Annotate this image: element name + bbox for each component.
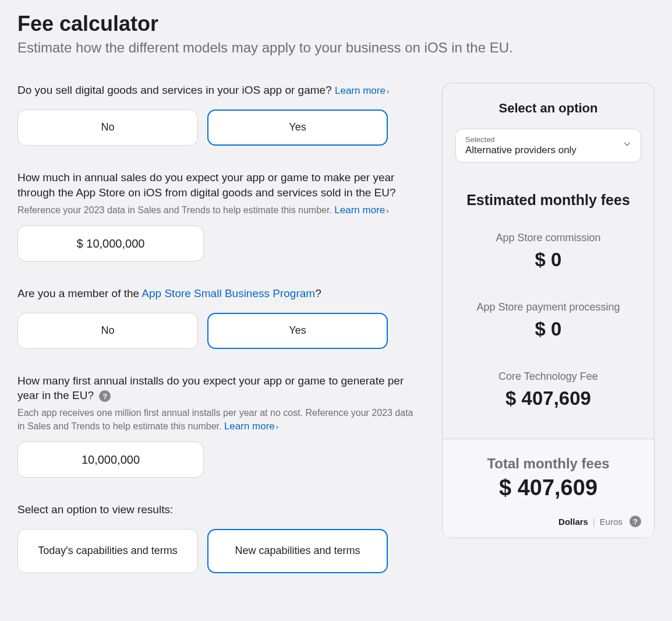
fee-processing: App Store payment processing $ 0 — [455, 301, 641, 340]
question-text: How many first annual installs do you ex… — [17, 373, 419, 403]
help-icon[interactable]: ? — [629, 516, 641, 527]
select-label: Selected — [465, 135, 631, 144]
total-value: $ 407,609 — [455, 475, 641, 500]
question-digital-goods: Do you sell digital goods and services i… — [17, 83, 419, 146]
helper-text: Each app receives one million first annu… — [17, 407, 419, 433]
installs-input[interactable] — [17, 442, 204, 478]
chevron-right-icon: › — [386, 206, 388, 216]
question-annual-sales: How much in annual sales do you expect y… — [17, 170, 419, 262]
fee-ctf: Core Technology Fee $ 407,609 — [455, 371, 641, 410]
total-section: Total monthly fees $ 407,609 Dollars | E… — [443, 439, 654, 538]
digital-goods-yes-button[interactable]: Yes — [207, 110, 388, 146]
learn-more-link[interactable]: Learn more› — [335, 85, 389, 96]
chevron-down-icon — [623, 140, 631, 150]
small-business-yes-button[interactable]: Yes — [207, 313, 388, 349]
learn-more-text: Learn more — [335, 85, 385, 96]
question-installs: How many first annual installs do you ex… — [17, 373, 419, 478]
help-icon[interactable]: ? — [99, 390, 111, 402]
page-title: Fee calculator — [17, 12, 655, 36]
helper-text: Reference your 2023 data in Sales and Tr… — [17, 203, 419, 217]
question-text: Select an option to view results: — [17, 502, 419, 517]
question-view-option: Select an option to view results: Today'… — [17, 502, 419, 573]
learn-more-text: Learn more — [334, 204, 385, 216]
fee-label: App Store payment processing — [455, 301, 641, 313]
question-suffix: ? — [315, 287, 321, 299]
question-text: Are you a member of the App Store Small … — [17, 286, 419, 301]
question-prefix: Are you a member of the — [17, 287, 142, 299]
fee-value: $ 407,609 — [455, 387, 641, 410]
currency-dollars[interactable]: Dollars — [558, 517, 588, 527]
learn-more-link[interactable]: Learn more› — [334, 204, 388, 216]
results-sidebar: Select an option Selected Alternative pr… — [442, 83, 655, 538]
learn-more-link[interactable]: Learn more› — [224, 421, 278, 432]
question-label: How many first annual installs do you ex… — [17, 375, 404, 402]
question-label: Do you sell digital goods and services i… — [17, 84, 332, 96]
estimated-fees-title: Estimated monthly fees — [455, 192, 641, 209]
fee-commission: App Store commission $ 0 — [455, 232, 641, 271]
question-text: How much in annual sales do you expect y… — [17, 170, 419, 200]
select-value: Alternative providers only — [465, 144, 631, 156]
small-business-no-button[interactable]: No — [17, 313, 198, 349]
learn-more-text: Learn more — [224, 421, 275, 432]
helper-label: Each app receives one million first annu… — [17, 408, 413, 431]
annual-sales-input[interactable] — [17, 225, 204, 262]
option-select[interactable]: Selected Alternative providers only — [455, 129, 641, 163]
small-business-program-link[interactable]: App Store Small Business Program — [142, 287, 315, 299]
new-terms-button[interactable]: New capabilities and terms — [207, 529, 388, 573]
question-text: Do you sell digital goods and services i… — [17, 83, 419, 98]
helper-label: Reference your 2023 data in Sales and Tr… — [17, 205, 332, 215]
fee-label: App Store commission — [455, 232, 641, 244]
divider: | — [593, 517, 595, 527]
page-subtitle: Estimate how the different models may ap… — [17, 40, 655, 56]
fee-value: $ 0 — [455, 249, 641, 271]
currency-toggle: Dollars | Euros ? — [455, 516, 641, 527]
fee-value: $ 0 — [455, 318, 641, 340]
chevron-right-icon: › — [276, 422, 278, 432]
chevron-right-icon: › — [387, 86, 389, 97]
currency-euros[interactable]: Euros — [600, 517, 623, 527]
digital-goods-no-button[interactable]: No — [17, 110, 198, 146]
sidebar-title: Select an option — [455, 101, 641, 116]
today-terms-button[interactable]: Today's capabilities and terms — [17, 529, 198, 573]
fee-label: Core Technology Fee — [455, 371, 641, 383]
question-small-business: Are you a member of the App Store Small … — [17, 286, 419, 349]
form-column: Do you sell digital goods and services i… — [17, 83, 419, 573]
total-label: Total monthly fees — [455, 456, 641, 472]
